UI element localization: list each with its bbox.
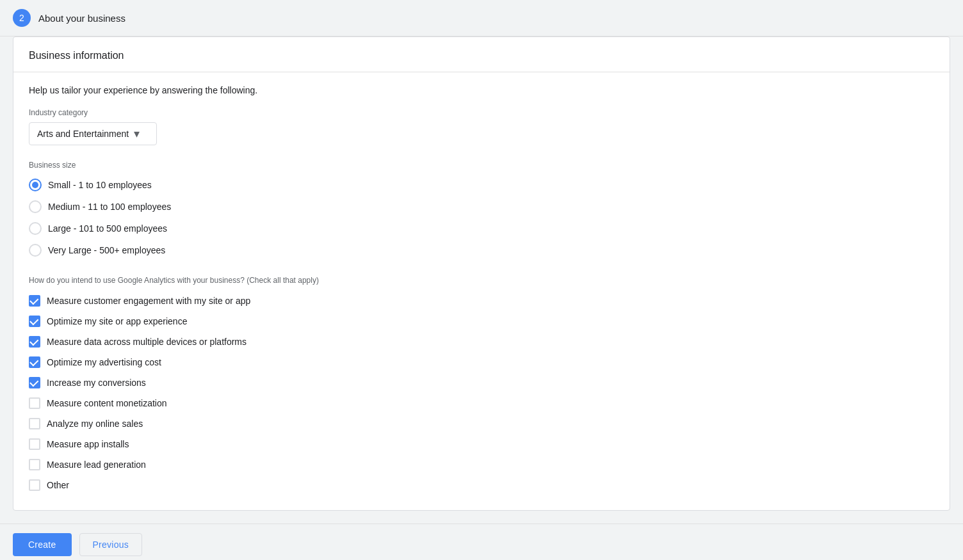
checkbox-experience-label: Optimize my site or app experience bbox=[47, 316, 187, 326]
industry-select[interactable]: Arts and Entertainment ▾ bbox=[29, 122, 157, 145]
checkbox-monetization-box[interactable] bbox=[29, 397, 40, 409]
checkbox-conversions[interactable]: Increase my conversions bbox=[29, 377, 934, 388]
business-info-card: Business information Help us tailor your… bbox=[13, 36, 950, 511]
checkbox-other-label: Other bbox=[47, 480, 69, 490]
checkbox-multi-device-label: Measure data across multiple devices or … bbox=[47, 337, 247, 347]
checkbox-online-sales[interactable]: Analyze my online sales bbox=[29, 418, 934, 429]
checkbox-lead-gen-label: Measure lead generation bbox=[47, 460, 146, 470]
checkbox-lead-gen[interactable]: Measure lead generation bbox=[29, 459, 934, 470]
card-title: Business information bbox=[29, 50, 124, 61]
checkbox-other[interactable]: Other bbox=[29, 479, 934, 491]
checkbox-advertising-label: Optimize my advertising cost bbox=[47, 357, 161, 367]
checkbox-engagement-label: Measure customer engagement with my site… bbox=[47, 296, 250, 306]
checkbox-multi-device-box[interactable] bbox=[29, 336, 40, 348]
checkbox-monetization-label: Measure content monetization bbox=[47, 398, 167, 408]
chevron-down-icon: ▾ bbox=[134, 128, 140, 140]
checkbox-app-installs-label: Measure app installs bbox=[47, 439, 129, 449]
bottom-bar: Create Previous bbox=[0, 524, 963, 560]
radio-small-inner bbox=[32, 182, 38, 188]
help-text: Help us tailor your experience by answer… bbox=[29, 85, 934, 95]
radio-small[interactable]: Small - 1 to 10 employees bbox=[29, 179, 934, 191]
checkbox-app-installs[interactable]: Measure app installs bbox=[29, 438, 934, 450]
intent-label: How do you intend to use Google Analytic… bbox=[29, 275, 934, 286]
page-title: About your business bbox=[38, 13, 125, 24]
main-content: Business information Help us tailor your… bbox=[0, 36, 963, 524]
radio-large[interactable]: Large - 101 to 500 employees bbox=[29, 222, 934, 235]
radio-large-label: Large - 101 to 500 employees bbox=[48, 223, 167, 234]
checkbox-online-sales-label: Analyze my online sales bbox=[47, 419, 143, 429]
checkbox-advertising[interactable]: Optimize my advertising cost bbox=[29, 356, 934, 368]
checkbox-other-box[interactable] bbox=[29, 479, 40, 491]
checkbox-multi-device[interactable]: Measure data across multiple devices or … bbox=[29, 336, 934, 348]
checkbox-experience[interactable]: Optimize my site or app experience bbox=[29, 316, 934, 327]
checkbox-engagement[interactable]: Measure customer engagement with my site… bbox=[29, 295, 934, 307]
checkbox-conversions-box[interactable] bbox=[29, 377, 40, 388]
checkbox-engagement-box[interactable] bbox=[29, 295, 40, 307]
top-bar: 2 About your business bbox=[0, 0, 963, 36]
radio-medium-label: Medium - 11 to 100 employees bbox=[48, 202, 171, 212]
radio-medium[interactable]: Medium - 11 to 100 employees bbox=[29, 200, 934, 213]
industry-label: Industry category bbox=[29, 108, 934, 117]
radio-very-large-button[interactable] bbox=[29, 244, 42, 257]
checkbox-advertising-box[interactable] bbox=[29, 356, 40, 368]
step-badge: 2 bbox=[13, 9, 31, 27]
industry-selected-value: Arts and Entertainment bbox=[37, 129, 129, 139]
radio-medium-button[interactable] bbox=[29, 200, 42, 213]
checkbox-experience-box[interactable] bbox=[29, 316, 40, 327]
card-header: Business information bbox=[13, 37, 950, 72]
checkbox-online-sales-box[interactable] bbox=[29, 418, 40, 429]
business-size-label: Business size bbox=[29, 161, 934, 170]
previous-button[interactable]: Previous bbox=[79, 533, 142, 556]
checkbox-lead-gen-box[interactable] bbox=[29, 459, 40, 470]
checkbox-app-installs-box[interactable] bbox=[29, 438, 40, 450]
create-button[interactable]: Create bbox=[13, 533, 72, 556]
radio-very-large[interactable]: Very Large - 500+ employees bbox=[29, 244, 934, 257]
radio-small-button[interactable] bbox=[29, 179, 42, 191]
radio-very-large-label: Very Large - 500+ employees bbox=[48, 245, 165, 255]
business-size-radio-group: Small - 1 to 10 employees Medium - 11 to… bbox=[29, 179, 934, 257]
card-body: Help us tailor your experience by answer… bbox=[13, 72, 950, 510]
radio-large-button[interactable] bbox=[29, 222, 42, 235]
checkbox-conversions-label: Increase my conversions bbox=[47, 378, 146, 388]
radio-small-label: Small - 1 to 10 employees bbox=[48, 180, 152, 190]
intent-checkbox-group: Measure customer engagement with my site… bbox=[29, 295, 934, 491]
checkbox-monetization[interactable]: Measure content monetization bbox=[29, 397, 934, 409]
